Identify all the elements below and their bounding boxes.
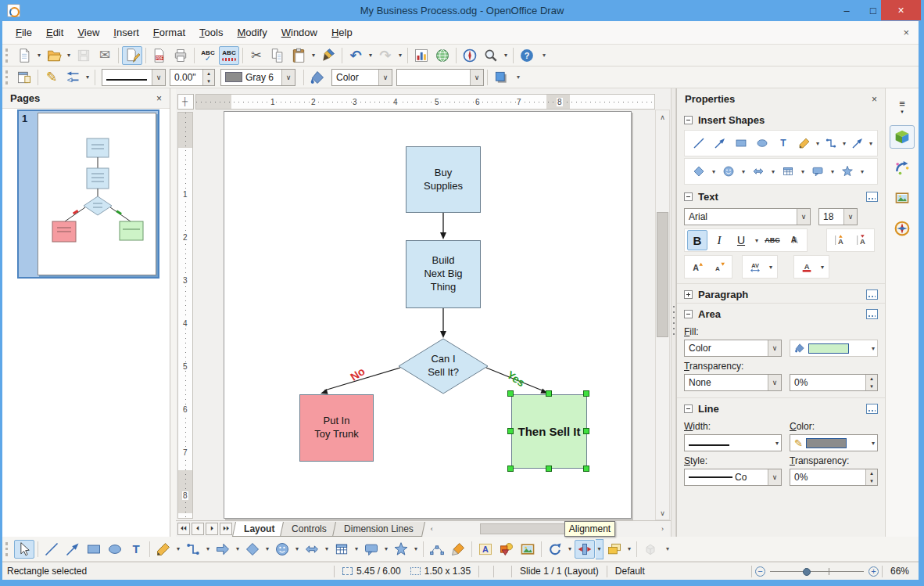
- scroll-left-icon[interactable]: ‹: [425, 523, 439, 536]
- sidebar-tab-properties[interactable]: [890, 125, 915, 149]
- toolbar-overflow-icon[interactable]: [539, 52, 549, 59]
- slide-status[interactable]: Slide 1 / 1 (Layout): [515, 566, 603, 577]
- selection-handle[interactable]: [507, 390, 514, 397]
- menu-tools[interactable]: Tools: [192, 23, 230, 41]
- zoom-icon[interactable]: [481, 46, 501, 65]
- italic-button[interactable]: I: [709, 230, 729, 250]
- flowchart-node-decision[interactable]: Can I Sell It?: [404, 351, 482, 382]
- tab-controls[interactable]: Controls: [280, 522, 338, 537]
- fill-type-dropdown-icon[interactable]: [768, 340, 781, 356]
- paste-dropdown-icon[interactable]: [310, 46, 317, 65]
- font-size-combo[interactable]: 18: [818, 208, 858, 225]
- connector-tool-icon[interactable]: [821, 133, 841, 153]
- expand-icon[interactable]: [684, 290, 693, 299]
- selection-handle[interactable]: [546, 390, 552, 397]
- flowchart-shapes-icon[interactable]: [331, 540, 352, 559]
- alignment-icon[interactable]: [575, 540, 595, 559]
- close-button[interactable]: ×: [881, 0, 921, 20]
- symbol-shapes-dropdown-icon[interactable]: [740, 162, 747, 181]
- line-tool-icon[interactable]: [41, 540, 62, 559]
- line-width-combo[interactable]: [684, 434, 782, 451]
- line-width-spinner[interactable]: 0.00": [170, 69, 215, 86]
- collapse-icon[interactable]: [684, 192, 693, 201]
- cut-icon[interactable]: ✂: [246, 46, 267, 65]
- line-style-combo[interactable]: [102, 69, 166, 86]
- scroll-down-icon[interactable]: ∨: [656, 506, 669, 519]
- line-color-dropdown-icon[interactable]: [869, 433, 877, 452]
- line-style-combo[interactable]: Co: [684, 469, 782, 486]
- basic-shapes-dropdown-icon[interactable]: [710, 162, 718, 181]
- edit-mode-icon[interactable]: [122, 46, 142, 65]
- zoom-slider[interactable]: [770, 566, 864, 577]
- selection-handle[interactable]: [583, 390, 589, 397]
- paragraph-dialog-launcher-icon[interactable]: [866, 289, 878, 300]
- spin-down-icon[interactable]: [203, 77, 214, 85]
- connector-dropdown-icon[interactable]: [842, 134, 847, 153]
- flowchart-node-then-sell-it-selected[interactable]: Then Sell It: [511, 394, 587, 469]
- text-tool-icon[interactable]: [773, 133, 793, 153]
- copy-icon[interactable]: [267, 46, 288, 65]
- rectangle-tool-icon[interactable]: [84, 540, 104, 559]
- menu-window[interactable]: Window: [274, 23, 324, 41]
- spin-up-icon[interactable]: [866, 375, 877, 383]
- horizontal-ruler[interactable]: 1 2 3 4 5 6 7 8: [195, 94, 655, 110]
- symbol-shapes-icon[interactable]: [272, 540, 292, 559]
- spin-up-icon[interactable]: [203, 70, 214, 77]
- shadow-text-button[interactable]: [784, 230, 804, 250]
- character-spacing-dropdown-icon[interactable]: [767, 257, 775, 276]
- menu-format[interactable]: Format: [146, 23, 192, 41]
- fill-color-combo[interactable]: [396, 69, 484, 86]
- fontwork-icon[interactable]: [475, 540, 496, 559]
- block-arrows-dropdown-icon[interactable]: [769, 162, 777, 181]
- rectangle-tool-icon[interactable]: [731, 133, 751, 153]
- spin-down-icon[interactable]: [866, 383, 877, 390]
- new-document-icon[interactable]: [14, 46, 34, 65]
- zoom-out-icon[interactable]: −: [755, 566, 765, 577]
- font-name-dropdown-icon[interactable]: [797, 209, 810, 225]
- area-transparency-spinner[interactable]: 0%: [790, 374, 878, 391]
- sidebar-tab-images[interactable]: [890, 186, 915, 210]
- rotate-dropdown-icon[interactable]: [566, 540, 574, 559]
- page-thumbnail[interactable]: 1: [17, 110, 159, 279]
- selection-handle[interactable]: [583, 428, 589, 434]
- section-line[interactable]: Line: [677, 397, 885, 417]
- font-color-dropdown-icon[interactable]: [818, 257, 826, 276]
- panel-splitter[interactable]: [671, 88, 676, 537]
- previous-page-icon[interactable]: ⏴: [192, 523, 204, 535]
- select-tool-icon[interactable]: [14, 540, 34, 559]
- spellcheck-icon[interactable]: ABC✓: [198, 46, 218, 65]
- rotate-icon[interactable]: [545, 540, 565, 559]
- lines-arrows-tool-icon[interactable]: [847, 133, 868, 153]
- fill-color-dropdown-icon[interactable]: [470, 70, 483, 85]
- sidebar-menu-icon[interactable]: ≡: [890, 95, 915, 118]
- bold-button[interactable]: B: [687, 230, 707, 250]
- edit-points-icon[interactable]: [427, 540, 447, 559]
- font-color-icon[interactable]: [797, 257, 817, 277]
- selection-handle[interactable]: [546, 466, 552, 472]
- tab-dimension-lines[interactable]: Dimension Lines: [332, 522, 425, 537]
- callouts-dropdown-icon[interactable]: [382, 540, 390, 559]
- horizontal-scrollbar[interactable]: ‹ ›: [425, 523, 669, 536]
- scrollbar-thumb[interactable]: [657, 212, 668, 337]
- underline-dropdown-icon[interactable]: [753, 231, 761, 250]
- callout-shapes-icon[interactable]: [808, 161, 828, 182]
- increase-spacing-icon[interactable]: [829, 230, 850, 250]
- menu-help[interactable]: Help: [324, 23, 360, 41]
- selection-handle[interactable]: [507, 428, 514, 434]
- fill-bucket-icon[interactable]: [307, 68, 328, 87]
- toolbar-overflow-icon[interactable]: [514, 74, 523, 81]
- new-dropdown-icon[interactable]: [35, 46, 43, 65]
- menu-view[interactable]: View: [70, 23, 106, 41]
- toolbar-overflow-icon[interactable]: [663, 545, 672, 552]
- fill-color-dropdown-icon[interactable]: [869, 339, 877, 358]
- flowchart-dropdown-icon[interactable]: [799, 162, 807, 181]
- stars-dropdown-icon[interactable]: [412, 540, 420, 559]
- glue-points-icon[interactable]: [448, 540, 468, 559]
- arrow-tool-icon[interactable]: [710, 133, 730, 153]
- line-style-dropdown-icon[interactable]: [768, 469, 781, 485]
- toolbar-grip[interactable]: [5, 49, 10, 63]
- next-page-icon[interactable]: ⏵: [206, 523, 218, 535]
- menu-modify[interactable]: Modify: [230, 23, 274, 41]
- menu-file[interactable]: File: [9, 23, 39, 41]
- insert-picture-icon[interactable]: [518, 540, 538, 559]
